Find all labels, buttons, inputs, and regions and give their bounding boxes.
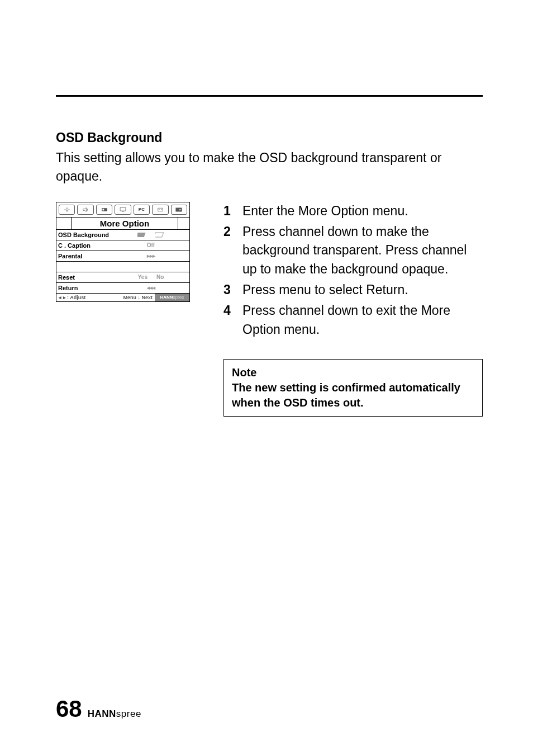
osd-label-return: Return: [58, 285, 114, 291]
two-column-layout: PC More Option OSD Background C: [56, 202, 483, 417]
svg-rect-8: [120, 207, 126, 211]
page-footer: 68 HANNspree: [56, 696, 141, 722]
osd-label-background: OSD Background: [58, 231, 114, 238]
osd-title-end: [178, 218, 189, 229]
page: OSD Background This setting allows you t…: [0, 0, 533, 756]
tab-pc[interactable]: PC: [134, 205, 150, 215]
bg-opaque-icon: [137, 232, 146, 238]
tab-display-icon[interactable]: [115, 205, 131, 215]
top-rule: [56, 95, 483, 97]
steps-list: Enter the More Option menu. Press channe…: [223, 202, 483, 339]
svg-marker-5: [83, 207, 87, 211]
tab-setup-icon[interactable]: [152, 205, 168, 215]
footer-brand: HANNspree: [88, 708, 141, 720]
svg-rect-7: [102, 209, 104, 210]
step-3: Press menu to select Return.: [223, 281, 483, 299]
section-heading: OSD Background: [56, 130, 483, 145]
osd-label-caption: C . Caption: [58, 242, 114, 249]
svg-rect-16: [155, 233, 164, 237]
section-intro: This setting allows you to make the OSD …: [56, 149, 483, 186]
osd-titlebar: More Option: [56, 217, 189, 230]
osd-footer: ◂ ▸ : Adjust Menu ↓ Next HANNspree: [56, 293, 189, 301]
osd-menu: OSD Background C . Caption Off Parental …: [56, 230, 189, 293]
osd-blank: [58, 263, 114, 270]
note-box: Note The new setting is confirmed automa…: [223, 359, 483, 417]
page-number: 68: [56, 696, 82, 722]
osd-label-reset: Reset: [58, 274, 114, 281]
bg-transparent-icon: [155, 232, 164, 238]
tab-picture-icon[interactable]: [96, 205, 112, 215]
step-4: Press channel down to exit the More Opti…: [223, 301, 483, 339]
osd-title-spacer: [56, 218, 72, 229]
svg-rect-10: [158, 208, 163, 211]
osd-footer-next: Menu ↓ Next: [121, 294, 155, 301]
osd-value-caption: Off: [114, 242, 188, 248]
osd-footer-adjust: ◂ ▸ : Adjust: [56, 294, 121, 301]
tab-brightness-icon[interactable]: [59, 205, 75, 215]
tab-sound-icon[interactable]: [77, 205, 93, 215]
osd-row-background[interactable]: OSD Background: [56, 230, 189, 240]
osd-value-return: ◂◂◂: [114, 285, 188, 291]
step-2: Press channel down to make the backgroun…: [223, 223, 483, 278]
footer-brand-2: spree: [116, 708, 141, 719]
osd-row-reset[interactable]: Reset Yes No: [56, 272, 189, 283]
osd-value-parental: ▸▸▸: [114, 253, 188, 259]
right-column: Enter the More Option menu. Press channe…: [223, 202, 483, 417]
svg-rect-15: [137, 233, 146, 237]
svg-point-0: [66, 209, 68, 211]
osd-row-caption[interactable]: C . Caption Off: [56, 240, 189, 251]
note-body: The new setting is confirmed automatical…: [232, 380, 474, 410]
osd-reset-no: No: [156, 274, 164, 280]
osd-value-reset: Yes No: [114, 274, 188, 280]
osd-panel: PC More Option OSD Background C: [56, 202, 190, 302]
osd-tabbar: PC: [56, 202, 189, 217]
svg-point-11: [159, 209, 159, 210]
osd-footer-brand: HANNspree: [155, 294, 189, 301]
osd-reset-yes: Yes: [138, 274, 147, 280]
osd-row-blank: [56, 262, 189, 272]
osd-value-background: [114, 232, 188, 238]
tab-more-icon[interactable]: [171, 205, 187, 215]
footer-brand-1: HANN: [88, 708, 116, 719]
osd-label-parental: Parental: [58, 253, 114, 259]
osd-row-parental[interactable]: Parental ▸▸▸: [56, 251, 189, 262]
note-title: Note: [232, 365, 474, 380]
svg-point-12: [161, 209, 161, 210]
osd-title: More Option: [72, 218, 178, 229]
step-1: Enter the More Option menu.: [223, 202, 483, 220]
osd-row-return[interactable]: Return ◂◂◂: [56, 283, 189, 293]
